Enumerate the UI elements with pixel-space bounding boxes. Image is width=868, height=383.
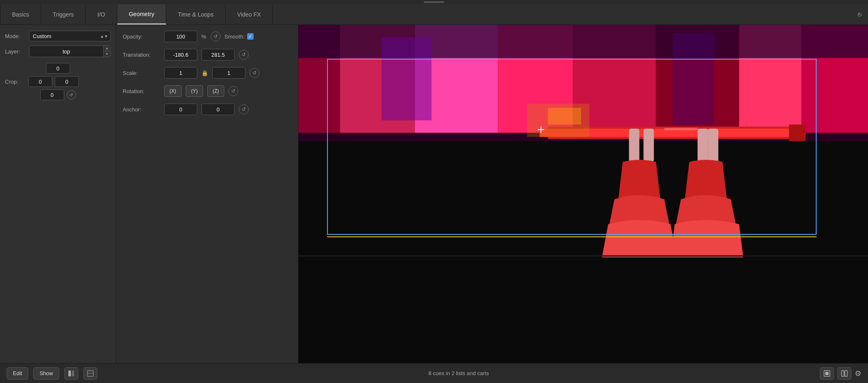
svg-rect-26 [72,371,74,376]
crop-right-input[interactable]: 0 [55,76,79,87]
smooth-label: Smooth: [225,34,245,40]
layer-row: Layer: top ▲ ▼ [5,46,111,57]
panel-split-left-button[interactable] [64,367,78,380]
tab-video-fx[interactable]: Video FX [225,4,273,24]
preview-canvas [298,25,868,363]
svg-rect-21 [698,129,708,162]
crop-section: 0 Crop: 0 0 0 ↺ [5,63,111,100]
mode-select[interactable]: Custom Normal Stretch Fit [29,31,111,41]
preview-area[interactable] [298,25,868,363]
mode-row: Mode: Custom Normal Stretch Fit ▲▼ [5,31,111,41]
tab-geometry[interactable]: Geometry [117,4,166,24]
rotation-z-label: (Z) [213,88,219,94]
layout-button[interactable] [837,367,851,380]
anchor-label: Anchor: [123,106,160,113]
layer-decrement-button[interactable]: ▼ [104,51,110,57]
crop-left-input[interactable]: 0 [28,76,52,87]
fit-screen-icon [824,370,830,377]
svg-rect-24 [298,255,868,257]
svg-rect-18 [548,108,581,125]
tab-triggers[interactable]: Triggers [41,4,86,24]
svg-rect-32 [845,371,847,376]
opacity-label: Opacity: [123,34,160,40]
rotation-x-label: (X) [170,88,176,94]
crop-top-input[interactable]: 0 [46,63,70,74]
mode-select-wrapper: Custom Normal Stretch Fit ▲▼ [29,31,111,41]
rotation-z-button[interactable]: (Z) [207,85,224,97]
translation-row: Translation: ↺ [123,49,291,60]
layer-value: top [29,48,103,55]
translation-reset-button[interactable]: ↺ [239,50,249,60]
scale-row: Scale: 🔒 ↺ [123,67,291,79]
rotation-y-label: (Y) [191,88,198,94]
scale-x-input[interactable] [164,67,197,79]
anchor-row: Anchor: ↺ [123,104,291,115]
tab-time-loops[interactable]: Time & Loops [166,4,225,24]
settings-button[interactable]: ⚙ [855,369,861,378]
panel-split-right-button[interactable] [83,367,97,380]
lock-icon[interactable]: 🔒 [201,70,208,76]
smooth-checkbox[interactable]: ✓ [247,33,254,40]
tab-time-loops-label: Time & Loops [178,11,213,18]
fit-screen-button[interactable] [820,367,834,380]
drag-handle [424,1,444,3]
scale-label: Scale: [123,70,160,76]
layer-increment-button[interactable]: ▲ [104,46,110,51]
percent-label: % [201,34,206,40]
tab-triggers-label: Triggers [53,11,74,18]
anchor-reset-button[interactable]: ↺ [239,104,249,114]
anchor-x-input[interactable] [164,104,197,115]
show-button[interactable]: Show [33,367,59,380]
rotation-label: Rotation: [123,88,160,94]
external-link-icon[interactable]: ⎋ [851,4,868,24]
svg-rect-28 [87,373,93,373]
svg-rect-19 [643,129,654,162]
geometry-panel: Opacity: % ↺ Smooth: ✓ Translation: ↺ Sc… [116,25,298,363]
svg-rect-16 [664,128,698,130]
svg-rect-23 [298,258,868,363]
crop-mid-row: Crop: 0 0 [5,76,111,87]
crop-bottom-row: 0 ↺ [5,89,111,100]
translation-x-input[interactable] [164,49,197,60]
scale-reset-button[interactable]: ↺ [250,68,259,78]
rotation-row: Rotation: (X) (Y) (Z) ↺ [123,85,291,97]
svg-rect-25 [68,371,71,376]
edit-button[interactable]: Edit [7,367,28,380]
svg-rect-11 [382,37,432,120]
status-right-controls: ⚙ [820,367,861,380]
smooth-row: Smooth: ✓ [225,33,254,40]
left-panel: Mode: Custom Normal Stretch Fit ▲▼ Layer… [0,25,116,363]
tab-basics[interactable]: Basics [0,4,41,24]
tab-bar: Basics Triggers I/O Geometry Time & Loop… [0,4,868,25]
tab-io-label: I/O [97,11,105,18]
crop-reset-button[interactable]: ↺ [67,90,76,99]
translation-label: Translation: [123,52,160,58]
panel-right-icon [87,370,94,377]
tab-geometry-label: Geometry [129,11,154,17]
main-content: Mode: Custom Normal Stretch Fit ▲▼ Layer… [0,25,868,363]
anchor-y-input[interactable] [201,104,235,115]
translation-y-input[interactable] [201,49,235,60]
layout-icon [841,370,848,377]
layer-stepper: top ▲ ▼ [29,46,111,57]
svg-rect-30 [825,372,829,375]
tab-basics-label: Basics [12,11,29,18]
mode-label: Mode: [5,33,26,39]
opacity-input[interactable] [164,31,197,42]
scale-y-input[interactable] [212,67,245,79]
svg-rect-22 [708,129,718,162]
rotation-y-button[interactable]: (Y) [186,85,203,97]
opacity-reset-button[interactable]: ↺ [211,31,221,41]
svg-rect-20 [629,129,639,162]
crop-bottom-input[interactable]: 0 [40,89,64,100]
crop-label: Crop: [5,79,26,85]
panel-left-icon [68,370,75,377]
rotation-x-button[interactable]: (X) [164,85,182,97]
status-text: 8 cues in 2 lists and carts [102,370,815,376]
theater-scene-svg [298,25,868,363]
rotation-reset-button[interactable]: ↺ [228,86,238,96]
window-drag-area [0,0,868,4]
crop-top-row: 0 [5,63,111,74]
tab-io[interactable]: I/O [86,4,117,24]
svg-rect-12 [673,33,714,125]
